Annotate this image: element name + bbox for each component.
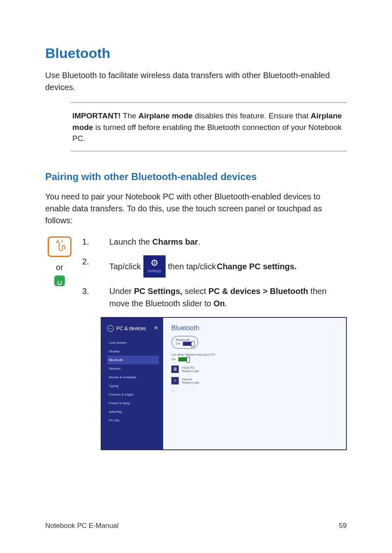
step3-text-b: select: [182, 287, 208, 296]
nav-pc-info[interactable]: PC info: [107, 416, 159, 425]
step2-text-a: Tap/click: [109, 260, 141, 273]
search-icon[interactable]: 🔍: [154, 326, 159, 331]
sidebar-title: PC & devices: [116, 326, 146, 331]
device-row-2[interactable]: Device Ready to pair: [171, 377, 339, 384]
discoverable-toggle[interactable]: [178, 357, 189, 361]
nav-corners-edges[interactable]: Corners & edges: [107, 390, 159, 399]
nav-bluetooth[interactable]: Bluetooth: [107, 356, 159, 364]
step3-text-d: .: [225, 299, 227, 308]
nav-typing[interactable]: Typing: [107, 382, 159, 390]
pairing-intro: You need to pair your Notebook PC with o…: [45, 191, 341, 227]
phone-device-icon: [171, 377, 179, 384]
step1-text-b: .: [198, 237, 201, 246]
input-method-icons: or: [45, 236, 74, 286]
or-label: or: [56, 263, 63, 272]
step-3: Under PC Settings, select PC & devices >…: [82, 285, 347, 310]
searching-spinner-icon: ◠: [171, 389, 339, 394]
important-seg1: The: [121, 111, 138, 120]
screenshot-sidebar: ← PC & devices 🔍 Lock screen Display Blu…: [101, 318, 163, 449]
intro-paragraph: Use Bluetooth to facilitate wireless dat…: [45, 69, 341, 93]
bluetooth-toggle[interactable]: [183, 342, 194, 346]
nav-mouse-touchpad[interactable]: Mouse & touchpad: [107, 373, 159, 382]
callout-state: On: [176, 342, 180, 345]
ordered-steps: Launch the Charms bar. Tap/click ⚙ Setti…: [82, 236, 347, 310]
important-seg2: disables this feature. Ensure that: [193, 111, 311, 120]
pc-settings-ref: PC Settings,: [134, 287, 182, 296]
discoverable-label: Let other devices find your PC: [171, 353, 339, 356]
discoverable-state: On: [171, 357, 176, 361]
device2-name: Device: [182, 377, 199, 381]
sidebar-nav-list: Lock screen Display Bluetooth Devices Mo…: [107, 338, 159, 425]
gear-icon: ⚙: [150, 259, 159, 268]
nav-devices[interactable]: Devices: [107, 364, 159, 373]
footer-page-number: 59: [339, 522, 347, 530]
nav-display[interactable]: Display: [107, 347, 159, 356]
on-ref: On: [213, 299, 225, 308]
footer-doc-title: Notebook PC E-Manual: [45, 522, 119, 530]
device1-state: Ready to pair: [182, 370, 199, 373]
page-title: Bluetooth: [45, 45, 347, 61]
step3-text-a: Under: [109, 287, 134, 296]
charms-bar-ref: Charms bar: [152, 237, 198, 246]
touchpad-icon: [54, 275, 65, 286]
back-icon[interactable]: ←: [107, 325, 114, 332]
touchscreen-icon: [48, 236, 71, 257]
step2-text-b: then tap/click: [168, 260, 216, 273]
screenshot-content-title: Bluetooth: [171, 324, 339, 332]
pc-settings-screenshot: ← PC & devices 🔍 Lock screen Display Blu…: [101, 317, 347, 450]
nav-power-sleep[interactable]: Power & sleep: [107, 399, 159, 407]
settings-tile-label: Settings: [148, 268, 161, 274]
airplane-mode-ref-1: Airplane mode: [138, 111, 193, 120]
screenshot-content: Bluetooth Bluetooth On Let other devices…: [163, 318, 346, 449]
page-footer: Notebook PC E-Manual 59: [45, 522, 347, 530]
step1-text-a: Launch the: [109, 237, 152, 246]
change-pc-settings-ref: Change PC settings.: [217, 260, 296, 273]
important-label: IMPORTANT!: [72, 111, 121, 120]
step-1: Launch the Charms bar.: [82, 236, 347, 248]
pc-device-icon: [171, 366, 179, 373]
settings-charm-tile[interactable]: ⚙ Settings: [143, 255, 166, 278]
important-note: IMPORTANT! The Airplane mode disables th…: [71, 102, 347, 151]
important-seg3: is turned off before enabling the Blueto…: [72, 123, 342, 143]
steps-column: Launch the Charms bar. Tap/click ⚙ Setti…: [82, 236, 347, 317]
nav-lock-screen[interactable]: Lock screen: [107, 338, 159, 347]
step-2: Tap/click ⚙ Settings then tap/click Chan…: [82, 255, 347, 278]
device-row-1[interactable]: FIZA-PC Ready to pair: [171, 366, 339, 373]
subsection-title: Pairing with other Bluetooth-enabled dev…: [45, 171, 347, 183]
pc-devices-bluetooth-ref: PC & devices > Bluetooth: [208, 287, 308, 296]
device2-state: Ready to pair: [182, 381, 199, 384]
device1-name: FIZA-PC: [182, 366, 199, 370]
screenshot-sidebar-header: ← PC & devices 🔍: [107, 325, 159, 332]
nav-autoplay[interactable]: AutoPlay: [107, 407, 159, 416]
manual-page: Bluetooth Use Bluetooth to facilitate wi…: [0, 0, 392, 553]
steps-wrapper: or Launch the Charms bar. Tap/click ⚙ Se…: [45, 236, 347, 317]
bluetooth-toggle-callout: Bluetooth On: [171, 336, 198, 349]
